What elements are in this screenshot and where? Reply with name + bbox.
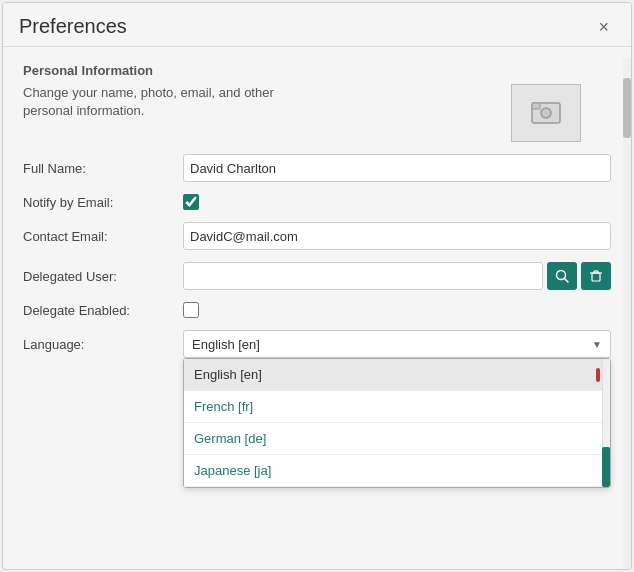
contact-email-row: Contact Email: bbox=[23, 222, 611, 250]
trash-icon bbox=[589, 269, 603, 283]
language-label: Language: bbox=[23, 337, 183, 352]
language-option-ja-label: Japanese [ja] bbox=[194, 463, 271, 478]
delegate-enabled-label: Delegate Enabled: bbox=[23, 303, 183, 318]
delegate-enabled-checkbox[interactable] bbox=[183, 302, 199, 318]
language-option-fr[interactable]: French [fr] bbox=[184, 391, 610, 423]
delegated-user-row: Delegated User: bbox=[23, 262, 611, 290]
photo-placeholder[interactable] bbox=[511, 84, 581, 142]
selected-marker bbox=[596, 368, 600, 382]
full-name-label: Full Name: bbox=[23, 161, 183, 176]
svg-line-4 bbox=[565, 279, 569, 283]
svg-rect-5 bbox=[592, 273, 600, 281]
language-option-fr-label: French [fr] bbox=[194, 399, 253, 414]
notify-email-row: Notify by Email: bbox=[23, 194, 611, 210]
full-name-row: Full Name: bbox=[23, 154, 611, 182]
svg-rect-2 bbox=[532, 103, 540, 109]
notify-email-checkbox[interactable] bbox=[183, 194, 199, 210]
dialog-body: Personal Information Change your name, p… bbox=[3, 47, 631, 558]
dropdown-arrow-icon: ▼ bbox=[592, 339, 602, 350]
language-option-en[interactable]: English [en] bbox=[184, 359, 610, 391]
language-option-ja[interactable]: Japanese [ja] bbox=[184, 455, 610, 487]
language-option-en-label: English [en] bbox=[194, 367, 262, 382]
dropdown-scrollbar[interactable] bbox=[602, 359, 610, 487]
dialog-scrollbar[interactable] bbox=[623, 58, 631, 569]
dropdown-scroll-thumb[interactable] bbox=[602, 447, 610, 487]
dialog-title: Preferences bbox=[19, 15, 127, 38]
contact-email-input[interactable] bbox=[183, 222, 611, 250]
language-dropdown: English [en] French [fr] German [de] Jap… bbox=[183, 358, 611, 488]
full-name-input[interactable] bbox=[183, 154, 611, 182]
delegate-enabled-row: Delegate Enabled: bbox=[23, 302, 611, 318]
language-option-de-label: German [de] bbox=[194, 431, 266, 446]
section-description: Change your name, photo, email, and othe… bbox=[23, 84, 303, 120]
photo-icon bbox=[530, 99, 562, 127]
notify-email-label: Notify by Email: bbox=[23, 195, 183, 210]
photo-area: Change your name, photo, email, and othe… bbox=[23, 84, 611, 142]
delegated-user-input[interactable] bbox=[183, 262, 543, 290]
delete-button[interactable] bbox=[581, 262, 611, 290]
delegated-user-label: Delegated User: bbox=[23, 269, 183, 284]
search-button[interactable] bbox=[547, 262, 577, 290]
preferences-dialog: Preferences × Personal Information Chang… bbox=[2, 2, 632, 570]
svg-point-1 bbox=[541, 108, 551, 118]
search-icon bbox=[555, 269, 569, 283]
language-select[interactable]: English [en] ▼ bbox=[183, 330, 611, 358]
language-row: Language: English [en] ▼ English [en] Fr… bbox=[23, 330, 611, 358]
close-button[interactable]: × bbox=[592, 16, 615, 38]
language-container: English [en] ▼ English [en] French [fr] … bbox=[183, 330, 611, 358]
contact-email-label: Contact Email: bbox=[23, 229, 183, 244]
section-title: Personal Information bbox=[23, 63, 611, 78]
language-selected-value: English [en] bbox=[192, 337, 260, 352]
dialog-scroll-thumb[interactable] bbox=[623, 78, 631, 138]
delegated-user-controls bbox=[183, 262, 611, 290]
language-option-de[interactable]: German [de] bbox=[184, 423, 610, 455]
dialog-header: Preferences × bbox=[3, 3, 631, 47]
